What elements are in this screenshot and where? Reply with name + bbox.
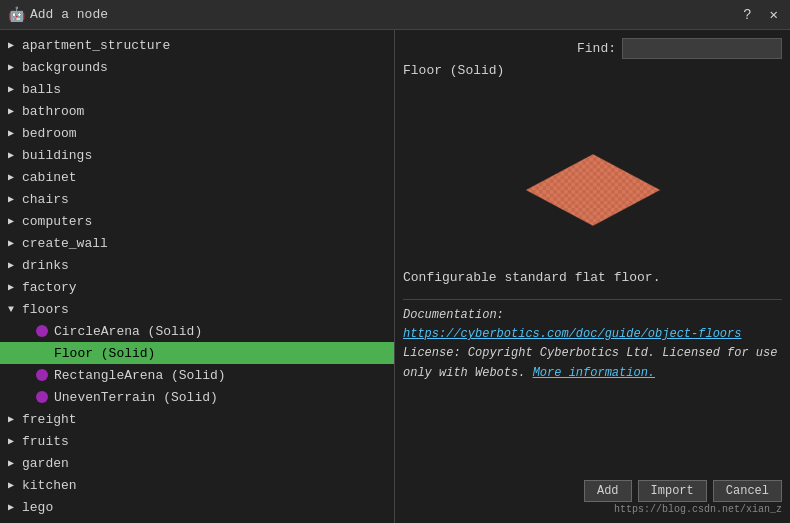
- tree-item-label: chairs: [22, 192, 386, 207]
- tree-sub-item-uneven-terrain[interactable]: UnevenTerrain (Solid): [0, 386, 394, 408]
- tree-item-buildings[interactable]: ▶ buildings: [0, 144, 394, 166]
- tree-item-label: garden: [22, 456, 386, 471]
- find-input[interactable]: [622, 38, 782, 59]
- add-button[interactable]: Add: [584, 480, 632, 502]
- preview-image-area: [403, 82, 782, 262]
- main-container: ▶ apartment_structure ▶ backgrounds ▶ ba…: [0, 30, 790, 523]
- app-icon: 🤖: [8, 7, 24, 23]
- arrow-icon: ▶: [8, 259, 22, 271]
- arrow-icon: ▶: [8, 237, 22, 249]
- sub-item-label: Floor (Solid): [54, 346, 155, 361]
- title-bar: 🤖 Add a node ? ✕: [0, 0, 790, 30]
- tree-item-label: factory: [22, 280, 386, 295]
- find-bar: Find:: [403, 38, 782, 59]
- doc-documentation-link[interactable]: https://cyberbotics.com/doc/guide/object…: [403, 327, 741, 341]
- tree-panel[interactable]: ▶ apartment_structure ▶ backgrounds ▶ ba…: [0, 30, 395, 523]
- arrow-icon: ▶: [8, 215, 22, 227]
- tree-item-label: freight: [22, 412, 386, 427]
- window-title: Add a node: [30, 7, 108, 22]
- tree-item-fruits[interactable]: ▶ fruits: [0, 430, 394, 452]
- close-button[interactable]: ✕: [766, 4, 782, 25]
- tree-item-lego[interactable]: ▶ lego: [0, 496, 394, 518]
- tree-item-drinks[interactable]: ▶ drinks: [0, 254, 394, 276]
- doc-more-info-link[interactable]: More information.: [533, 366, 655, 380]
- sub-item-label: CircleArena (Solid): [54, 324, 202, 339]
- preview-description: Configurable standard flat floor.: [403, 270, 782, 285]
- tree-sub-item-circle-arena[interactable]: CircleArena (Solid): [0, 320, 394, 342]
- arrow-icon: ▶: [8, 435, 22, 447]
- find-label: Find:: [577, 41, 616, 56]
- arrow-icon: ▶: [8, 193, 22, 205]
- preview-title: Floor (Solid): [403, 63, 782, 78]
- title-bar-controls: ? ✕: [739, 4, 782, 25]
- arrow-icon: ▶: [8, 39, 22, 51]
- tree-item-bedroom[interactable]: ▶ bedroom: [0, 122, 394, 144]
- tree-item-factory[interactable]: ▶ factory: [0, 276, 394, 298]
- arrow-icon: ▶: [8, 281, 22, 293]
- tree-item-label: fruits: [22, 434, 386, 449]
- tree-item-computers[interactable]: ▶ computers: [0, 210, 394, 232]
- tree-item-garden[interactable]: ▶ garden: [0, 452, 394, 474]
- arrow-icon: ▶: [8, 457, 22, 469]
- tree-item-label: lego: [22, 500, 386, 515]
- arrow-icon: ▶: [8, 61, 22, 73]
- tree-item-kitchen[interactable]: ▶ kitchen: [0, 474, 394, 496]
- tree-item-label: balls: [22, 82, 386, 97]
- title-bar-left: 🤖 Add a node: [8, 7, 108, 23]
- tree-item-freight[interactable]: ▶ freight: [0, 408, 394, 430]
- doc-documentation-label: Documentation:: [403, 308, 504, 322]
- arrow-expand-icon: ▼: [8, 304, 22, 315]
- doc-license-label: License:: [403, 346, 461, 360]
- arrow-icon: ▶: [8, 171, 22, 183]
- sub-item-label: UnevenTerrain (Solid): [54, 390, 218, 405]
- tree-item-label: drinks: [22, 258, 386, 273]
- tree-item-bathroom[interactable]: ▶ bathroom: [0, 100, 394, 122]
- divider: [403, 299, 782, 300]
- bottom-bar: Add Import Cancel: [403, 476, 782, 502]
- arrow-icon: ▶: [8, 83, 22, 95]
- node-icon: [36, 347, 48, 359]
- tree-item-cabinet[interactable]: ▶ cabinet: [0, 166, 394, 188]
- tree-item-label: computers: [22, 214, 386, 229]
- arrow-icon: ▶: [8, 127, 22, 139]
- tree-item-backgrounds[interactable]: ▶ backgrounds: [0, 56, 394, 78]
- node-icon: [36, 391, 48, 403]
- tree-item-label: backgrounds: [22, 60, 386, 75]
- watermark: https://blog.csdn.net/xian_z: [403, 502, 782, 515]
- tree-item-label: apartment_structure: [22, 38, 386, 53]
- tree-item-label: kitchen: [22, 478, 386, 493]
- tree-item-floors[interactable]: ▼ floors: [0, 298, 394, 320]
- arrow-icon: ▶: [8, 501, 22, 513]
- right-panel: Find: Floor (Solid): [395, 30, 790, 523]
- tree-item-create-wall[interactable]: ▶ create_wall: [0, 232, 394, 254]
- doc-line1: Documentation: https://cyberbotics.com/d…: [403, 306, 782, 344]
- arrow-icon: ▶: [8, 105, 22, 117]
- sub-item-label: RectangleArena (Solid): [54, 368, 226, 383]
- tree-item-label: floors: [22, 302, 386, 317]
- tree-item-apartment-structure[interactable]: ▶ apartment_structure: [0, 34, 394, 56]
- svg-marker-4: [525, 154, 660, 226]
- tree-item-label: buildings: [22, 148, 386, 163]
- arrow-icon: ▶: [8, 413, 22, 425]
- floor-preview-svg: [503, 112, 683, 232]
- node-icon: [36, 369, 48, 381]
- tree-item-label: bedroom: [22, 126, 386, 141]
- cancel-button[interactable]: Cancel: [713, 480, 782, 502]
- tree-item-label: create_wall: [22, 236, 386, 251]
- doc-section: Documentation: https://cyberbotics.com/d…: [403, 306, 782, 383]
- help-button[interactable]: ?: [739, 5, 755, 25]
- tree-item-balls[interactable]: ▶ balls: [0, 78, 394, 100]
- import-button[interactable]: Import: [638, 480, 707, 502]
- tree-item-label: bathroom: [22, 104, 386, 119]
- arrow-icon: ▶: [8, 479, 22, 491]
- doc-line2: License: Copyright Cyberbotics Ltd. Lice…: [403, 344, 782, 382]
- arrow-icon: ▶: [8, 149, 22, 161]
- preview-area: Floor (Solid): [403, 63, 782, 476]
- tree-item-label: cabinet: [22, 170, 386, 185]
- tree-sub-item-rectangle-arena[interactable]: RectangleArena (Solid): [0, 364, 394, 386]
- node-icon: [36, 325, 48, 337]
- tree-sub-item-floor-solid[interactable]: Floor (Solid): [0, 342, 394, 364]
- tree-item-chairs[interactable]: ▶ chairs: [0, 188, 394, 210]
